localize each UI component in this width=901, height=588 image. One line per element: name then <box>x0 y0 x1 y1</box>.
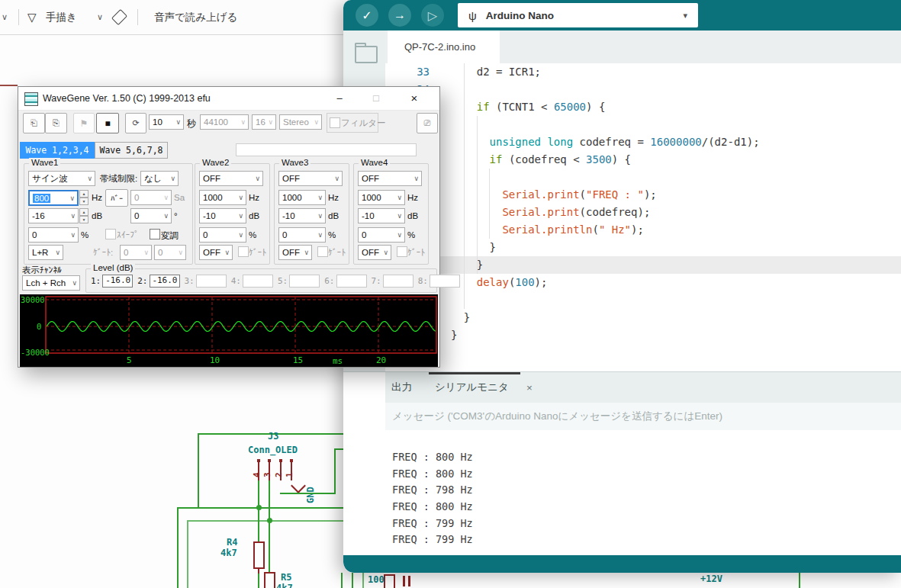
bar-button[interactable]: ﾊﾞｰ <box>105 189 128 207</box>
code-line[interactable]: 40 Serial.print("FREQ : "); <box>385 186 901 204</box>
duration-unit-label: 秒 <box>187 117 196 130</box>
sketchbook-icon[interactable] <box>355 46 378 63</box>
freq-spinner[interactable]: ▲▼ <box>79 190 88 205</box>
channels-combo[interactable]: Stereo∨ <box>279 114 322 130</box>
filter-checkbox[interactable] <box>330 117 340 128</box>
level-field-value[interactable] <box>243 275 273 288</box>
sa-unit-label: Sa <box>174 193 185 202</box>
close-icon[interactable]: × <box>526 372 533 403</box>
code-line[interactable]: 43 } <box>385 239 901 256</box>
code-line[interactable]: 42 Serial.println(" Hz"); <box>385 221 901 239</box>
wave1-output-combo[interactable]: L+R∨ <box>28 245 63 260</box>
code-line[interactable]: 41 Serial.print(codefreq); <box>385 204 901 221</box>
serial-message-input[interactable]: メッセージ ('COM3'のArduino Nanoにメッセージを送信するにはE… <box>385 403 901 430</box>
wave3-combo[interactable]: OFF∨ <box>278 171 343 186</box>
modulation-checkbox[interactable] <box>150 229 160 239</box>
wave2-combo[interactable]: 1000∨ <box>199 190 246 205</box>
code-line[interactable]: 36 <box>385 116 901 133</box>
close-button[interactable]: × <box>397 87 432 109</box>
level-field-value[interactable] <box>289 275 320 288</box>
wave4-combo[interactable]: OFF∨ <box>358 171 422 186</box>
serial-monitor-output[interactable]: FREQ : 800 HzFREQ : 800 HzFREQ : 798 HzF… <box>385 438 901 556</box>
read-aloud-button[interactable]: 音声で読み上げる <box>154 0 237 34</box>
wave2-combo[interactable]: OFF∨ <box>199 171 263 186</box>
gate-checkbox[interactable] <box>238 246 249 257</box>
code-line[interactable]: 35 if (TCNT1 < 65000) { <box>385 98 901 116</box>
minimize-button[interactable]: – <box>322 87 357 109</box>
wave1-gate2-combo[interactable]: 0∨ <box>154 245 186 260</box>
play-button[interactable]: ⚑ <box>73 113 95 133</box>
chevron-down-icon[interactable]: ∨ <box>2 0 8 34</box>
level-spinner[interactable]: ▲▼ <box>79 208 88 223</box>
code-editor[interactable]: 33 d2 = ICR1;3435 if (TCNT1 < 65000) {36… <box>385 63 901 371</box>
wave3-combo[interactable]: 1000∨ <box>278 190 326 205</box>
bits-combo[interactable]: 16∨ <box>252 114 276 130</box>
board-selector[interactable]: ψ Arduino Nano ▾ <box>458 3 698 27</box>
code-line[interactable]: 38 if (codefreq < 3500) { <box>385 151 901 169</box>
chevron-down-icon[interactable]: ∨ <box>97 0 103 34</box>
debug-button[interactable]: ▷ <box>421 4 444 27</box>
maximize-button[interactable]: □ <box>359 87 394 109</box>
level-field-value[interactable]: -16.0 <box>150 275 180 288</box>
code-line[interactable]: 39 <box>385 169 901 186</box>
wave3-combo[interactable]: OFF∨ <box>278 245 312 260</box>
tab-output[interactable]: 出力 <box>391 372 412 403</box>
wave2-combo[interactable]: OFF∨ <box>199 245 233 260</box>
sweep-checkbox[interactable] <box>105 229 116 239</box>
wave4-combo[interactable]: -10∨ <box>358 208 405 223</box>
code-line[interactable]: 37 unsigned long codefreq = 16000000/(d2… <box>385 133 901 151</box>
wave3-combo[interactable]: 0∨ <box>278 227 326 243</box>
wave4-combo[interactable]: OFF∨ <box>358 245 391 260</box>
duration-combo[interactable]: 10∨ <box>149 114 184 130</box>
wave1-sa-combo[interactable]: 0∨ <box>130 190 172 205</box>
samplerate-combo[interactable]: 44100∨ <box>200 114 249 130</box>
band-limit-combo[interactable]: なし∨ <box>140 171 179 186</box>
pen-icon[interactable]: ▽ <box>27 0 37 34</box>
verify-button[interactable]: ✓ <box>356 4 378 27</box>
gate-checkbox[interactable] <box>317 246 328 257</box>
wave-legend: Wave4 <box>359 158 390 167</box>
tab-wave-1234[interactable]: Wave 1,2,3,4 <box>20 142 95 159</box>
level-field-value[interactable] <box>430 275 460 288</box>
level-group: Level (dB) 1:-16.02:-16.03:4:5:6:7:8: <box>85 268 437 293</box>
code-line[interactable]: 33 d2 = ICR1; <box>385 63 901 81</box>
wave3-combo[interactable]: -10∨ <box>278 208 326 223</box>
wave1-type-combo[interactable]: サイン波∨ <box>28 171 95 186</box>
code-line[interactable]: 34 <box>385 81 901 98</box>
level-field-value[interactable] <box>383 275 413 288</box>
wave2-combo[interactable]: -10∨ <box>199 208 246 223</box>
gate-checkbox[interactable] <box>397 246 407 257</box>
level-field-value[interactable] <box>196 275 227 288</box>
tab-sketch[interactable]: QP-7C-2.ino.ino <box>388 31 500 63</box>
eraser-icon[interactable] <box>113 0 126 34</box>
wave2-combo[interactable]: 0∨ <box>199 227 246 243</box>
stop-button[interactable]: ■ <box>96 113 119 133</box>
flag-icon: ⚑ <box>80 118 88 129</box>
append-wave-file-button[interactable]: ⎘ <box>45 113 67 133</box>
wave1-level-combo[interactable]: -16∨ <box>28 208 79 223</box>
wave1-pct-combo[interactable]: 0∨ <box>28 227 79 243</box>
display-channel-combo[interactable]: Lch + Rch∨ <box>22 275 80 291</box>
tab-wave-5678[interactable]: Wave 5,6,7,8 <box>95 142 168 159</box>
tab-serial-monitor[interactable]: シリアルモニタ <box>435 372 509 403</box>
wave1-gate1-combo[interactable]: 0∨ <box>120 245 152 260</box>
level-field-value[interactable]: -16.0 <box>102 275 133 288</box>
wave4-combo[interactable]: 1000∨ <box>358 190 405 205</box>
output-device-button[interactable]: ⎚ <box>417 113 438 133</box>
code-line[interactable]: 46 <box>385 291 901 309</box>
resistor-100 <box>384 574 395 588</box>
code-line[interactable]: 47 } <box>385 309 901 326</box>
wavegene-titlebar[interactable]: WaveGene Ver. 1.50 (C) 1999-2013 efu – □… <box>18 87 439 111</box>
loop-button[interactable]: ⟳ <box>125 113 146 133</box>
wave1-phase-combo[interactable]: 0∨ <box>130 208 172 223</box>
wave4-combo[interactable]: 0∨ <box>358 227 405 243</box>
code-line[interactable]: 48} <box>385 326 901 344</box>
level-field-value[interactable] <box>336 275 367 288</box>
code-text: if (codefreq < 3500) { <box>430 151 631 169</box>
wave1-freq-combo[interactable]: 800∨ <box>28 190 79 206</box>
draw-button[interactable]: 手描き <box>46 0 77 34</box>
upload-button[interactable]: → <box>388 4 411 27</box>
comment-field[interactable] <box>236 143 417 156</box>
save-wave-file-button[interactable]: ⎗ <box>23 113 45 133</box>
code-line[interactable]: 44 } <box>385 256 901 274</box>
